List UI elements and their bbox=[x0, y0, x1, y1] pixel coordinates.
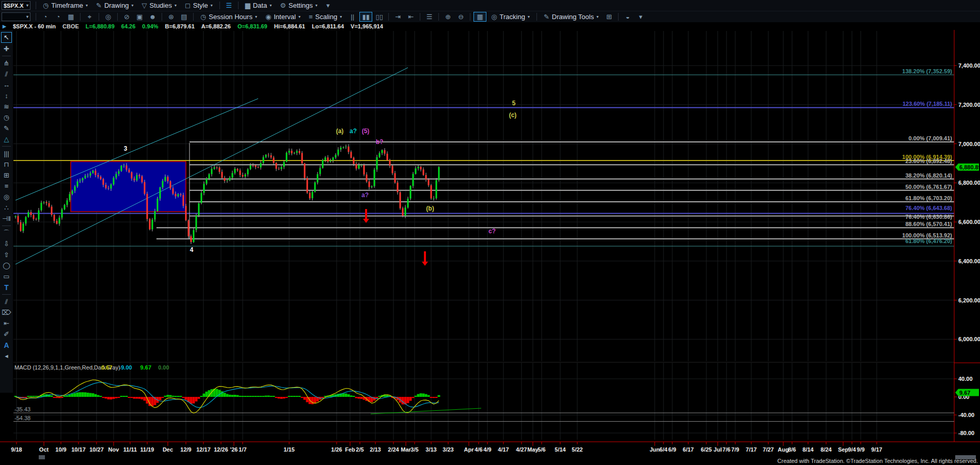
symbol-search-button[interactable]: ⌖ bbox=[84, 12, 96, 21]
volume-bars-tool[interactable]: ||| bbox=[2, 149, 11, 158]
horizontal-extend-tool[interactable]: ↔ bbox=[2, 80, 11, 90]
wave-label[interactable]: 4 bbox=[190, 246, 194, 253]
vertical-extend-tool[interactable]: ↕ bbox=[2, 91, 11, 101]
wave-label[interactable]: c? bbox=[488, 228, 496, 235]
zoom-history-forward-button[interactable]: ◔ bbox=[52, 12, 64, 21]
symbol-dropdown[interactable]: $SPX.X▾ bbox=[2, 1, 30, 10]
snap-left-tool[interactable]: ⇤ bbox=[2, 318, 11, 328]
date-axis-label: 4/17 bbox=[498, 446, 509, 453]
last-price-badge: 6,880.89 bbox=[955, 164, 980, 171]
gann-tool[interactable]: ◷ bbox=[2, 113, 11, 122]
tracking-menu[interactable]: ◎Tracking▾ bbox=[487, 13, 534, 21]
new-chart-button[interactable]: ⊞ bbox=[603, 12, 615, 21]
settings-menu-label: Settings bbox=[289, 2, 313, 9]
fib-level-label: 123.60% (7,185.11) bbox=[903, 101, 952, 107]
date-axis-label: 5/22 bbox=[572, 446, 582, 453]
drawing-menu[interactable]: ✎Drawing▾ bbox=[92, 2, 138, 9]
secondary-dropdown[interactable]: ▾ bbox=[2, 12, 30, 21]
flask-icon: ▽ bbox=[142, 2, 147, 9]
symbol-dropdown-value: $SPX.X bbox=[4, 3, 24, 9]
chevron-down-icon: ▾ bbox=[132, 3, 134, 8]
separator bbox=[193, 13, 194, 21]
zoom-in-button[interactable]: ⊕ bbox=[442, 12, 454, 21]
save-layout-button[interactable]: ▣ bbox=[134, 12, 146, 21]
toolbar: $SPX.X▾◷Timeframe▾✎Drawing▾▽Studies▾◻Sty… bbox=[0, 0, 980, 30]
trendline-tool[interactable]: ✎ bbox=[2, 123, 11, 133]
parallel-lines-tool[interactable]: ⫽ bbox=[2, 297, 11, 307]
erase-drawing-tool[interactable]: ⌦ bbox=[2, 308, 11, 317]
wave-label[interactable]: (c) bbox=[509, 111, 517, 119]
grid-calc-tool[interactable]: ⊞ bbox=[2, 170, 11, 180]
pitchfork-tool[interactable]: ⋔ bbox=[2, 58, 11, 68]
wave-label[interactable]: (5) bbox=[362, 127, 370, 135]
interval-menu[interactable]: ◉Interval▾ bbox=[261, 13, 305, 21]
parallel-channel-tool[interactable]: ≋ bbox=[2, 102, 11, 111]
label-tool[interactable]: A bbox=[2, 340, 11, 350]
scrollbar-thumb[interactable] bbox=[39, 455, 45, 459]
date-axis-label: 3/13 bbox=[425, 446, 436, 453]
scatter-tool[interactable]: ∴ bbox=[2, 203, 11, 213]
format-symbol-button[interactable]: ⊛ bbox=[165, 12, 177, 21]
crosshair-tool[interactable]: ✚ bbox=[2, 44, 11, 54]
settings-menu[interactable]: ⚙Settings▾ bbox=[276, 2, 322, 9]
toolbar-overflow-button[interactable]: ▾ bbox=[322, 1, 334, 10]
drawing-tools-menu[interactable]: ✎Drawing Tools▾ bbox=[540, 13, 603, 21]
studies-menu[interactable]: ▽Studies▾ bbox=[138, 2, 181, 9]
wave-label[interactable]: (a) bbox=[336, 127, 344, 135]
fib-level-label: 76.40% (6,643.68) bbox=[905, 205, 952, 211]
macd-axis-label: 40.00 bbox=[958, 376, 973, 382]
calendar-button[interactable]: ▦ bbox=[65, 12, 77, 21]
wave-label[interactable]: 3 bbox=[124, 145, 128, 152]
data-menu[interactable]: ▆Data▾ bbox=[241, 2, 276, 9]
row2-overflow-button[interactable]: ▾ bbox=[635, 12, 646, 21]
date-axis-label: 1/15 bbox=[283, 446, 294, 453]
arc-tool[interactable]: ⌒ bbox=[2, 228, 11, 238]
compress-bars-button[interactable]: ⇥ bbox=[392, 12, 404, 21]
freehand-tool[interactable]: ✐ bbox=[2, 329, 11, 339]
wave-label[interactable]: a? bbox=[361, 191, 369, 199]
scaling-menu[interactable]: ≡Scaling▾ bbox=[305, 13, 346, 21]
divider bbox=[2, 294, 11, 295]
pause-bars-tool[interactable]: ⊣‖ bbox=[2, 214, 11, 223]
target-tool[interactable]: ◎ bbox=[2, 192, 11, 202]
wave-label[interactable]: 5 bbox=[512, 100, 516, 107]
accounts-button[interactable]: ☻ bbox=[147, 12, 159, 21]
arrow-down-tool[interactable]: ⇩ bbox=[2, 239, 11, 249]
wave-label[interactable]: (b) bbox=[426, 205, 434, 212]
elliott-wave-box[interactable] bbox=[71, 162, 186, 212]
stack-windows-button[interactable]: ☰ bbox=[423, 12, 435, 21]
pointer-tool[interactable]: ↖ bbox=[1, 32, 12, 43]
radar-button[interactable]: ◎ bbox=[102, 12, 114, 21]
rail-collapse[interactable]: ◂ bbox=[2, 351, 11, 361]
bar-style-button[interactable]: || bbox=[346, 12, 358, 21]
format-window-button[interactable]: ▤ bbox=[178, 12, 190, 21]
lines-tool[interactable]: ≡ bbox=[2, 181, 11, 191]
style-menu-label: Style bbox=[193, 2, 208, 9]
session-hours-menu[interactable]: ◷Session Hours▾ bbox=[196, 13, 261, 21]
triangle-tool[interactable]: △ bbox=[2, 134, 11, 144]
style-menu[interactable]: ◻Style▾ bbox=[181, 2, 217, 9]
timeframe-menu[interactable]: ◷Timeframe▾ bbox=[39, 2, 92, 9]
wave-label[interactable]: b? bbox=[376, 138, 384, 146]
speed-lines-tool[interactable]: ⫽ bbox=[2, 69, 11, 79]
candlestick-style-button[interactable]: ▮▮ bbox=[359, 12, 372, 22]
macd-threshold-label: -35.43 bbox=[14, 406, 30, 412]
expand-bars-button[interactable]: ⇤ bbox=[405, 12, 417, 21]
date-axis-label: 1/26 bbox=[331, 446, 342, 453]
arrow-up-tool[interactable]: ⇧ bbox=[2, 250, 11, 260]
drawing-toolbar: ↖✚⋔⫽↔↕≋◷✎△|||⊓⊞≡◎∴⊣‖⌒⇩⇧◯▭T⫽⌦⇤✐A◂ bbox=[0, 30, 13, 393]
step-line-tool[interactable]: ⊓ bbox=[2, 159, 11, 169]
text-tool[interactable]: T bbox=[2, 282, 11, 292]
grid-toggle-button[interactable]: ▦ bbox=[473, 12, 486, 22]
zoom-history-back-button[interactable]: ◔ bbox=[39, 12, 51, 21]
callout-button[interactable]: ◒ bbox=[622, 12, 634, 21]
layout-stack-button[interactable]: ☰ bbox=[223, 1, 235, 10]
link-button[interactable]: ⊘ bbox=[121, 12, 133, 21]
rectangle-tool[interactable]: ▭ bbox=[2, 271, 11, 281]
zoom-out-button[interactable]: ⊖ bbox=[455, 12, 467, 21]
chart-area[interactable]: 138.20% (7,352.59)123.60% (7,185.11)0.00… bbox=[0, 30, 980, 465]
macd-badge: 9.67 bbox=[955, 389, 979, 396]
wave-label[interactable]: a? bbox=[350, 127, 357, 135]
ellipse-tool[interactable]: ◯ bbox=[2, 261, 11, 270]
hollow-candle-style-button[interactable]: ▯▯ bbox=[373, 12, 385, 21]
